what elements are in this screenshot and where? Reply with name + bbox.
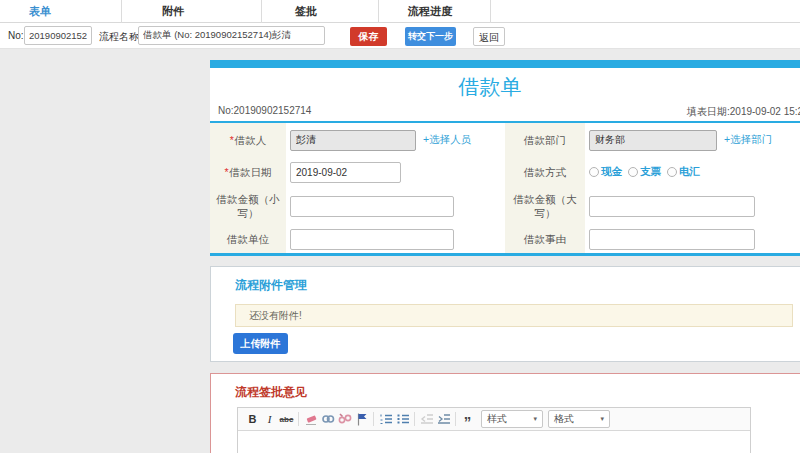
strikethrough-icon[interactable]: abc xyxy=(278,411,295,428)
amount-upper-label-cell: 借款金额（大写） xyxy=(505,187,585,225)
loan-reason-input[interactable] xyxy=(589,229,755,250)
toolbar-separator xyxy=(414,412,415,426)
borrower-field-cell: +选择人员 xyxy=(286,123,505,157)
tab-form[interactable]: 表单 xyxy=(0,0,122,23)
numbered-list-icon[interactable] xyxy=(377,411,394,428)
amount-lower-label-cell: 借款金额（小写） xyxy=(210,187,286,225)
toolbar-separator xyxy=(455,412,456,426)
radio-cash[interactable]: 现金 xyxy=(589,165,622,179)
radio-wire[interactable]: 电汇 xyxy=(667,165,700,179)
bullet-list-icon[interactable] xyxy=(394,411,411,428)
department-field-cell: +选择部门 xyxy=(585,123,800,157)
next-step-button[interactable]: 转交下一步 xyxy=(405,27,456,46)
link-icon[interactable] xyxy=(319,411,336,428)
remove-format-icon[interactable] xyxy=(302,411,319,428)
anchor-flag-icon[interactable] xyxy=(353,411,370,428)
amount-upper-field-cell xyxy=(585,187,800,225)
upload-attachment-button[interactable]: 上传附件 xyxy=(233,333,288,354)
approval-heading: 流程签批意见 xyxy=(235,384,307,401)
no-attachments-alert: 还没有附件! xyxy=(235,304,793,327)
radio-circle-icon xyxy=(628,167,638,177)
unit-field-cell xyxy=(286,225,505,253)
amount-upper-input[interactable] xyxy=(589,196,755,217)
tab-bar: 表单 附件 签批 流程进度 xyxy=(0,0,800,23)
style-dropdown[interactable]: 样式 ▾ xyxy=(481,410,543,428)
fill-date: 填表日期:2019-09-02 15:27:1 xyxy=(687,105,800,119)
attachments-card: 流程附件管理 还没有附件! 上传附件 xyxy=(210,266,800,362)
form-table: *借款人 +选择人员 借款部门 +选择部门 *借款日期 借款方式 现金 支票 电… xyxy=(210,123,800,253)
card-accent-bar xyxy=(210,60,800,68)
borrower-input[interactable] xyxy=(290,130,416,151)
chevron-down-icon: ▾ xyxy=(533,415,537,423)
amount-lower-input[interactable] xyxy=(290,196,454,217)
no-input[interactable] xyxy=(24,26,92,45)
format-dropdown[interactable]: 格式 ▾ xyxy=(548,410,610,428)
italic-icon[interactable]: I xyxy=(261,411,278,428)
approval-card: 流程签批意见 B I abc xyxy=(210,373,800,453)
indent-icon[interactable] xyxy=(435,411,452,428)
tab-approval[interactable]: 签批 xyxy=(262,0,379,23)
method-label-cell: 借款方式 xyxy=(505,157,585,187)
date-field-cell xyxy=(286,157,505,187)
loan-form-card: 借款单 No:20190902152714 填表日期:2019-09-02 15… xyxy=(210,60,800,256)
department-input[interactable] xyxy=(589,130,717,151)
reason-label-cell: 借款事由 xyxy=(505,225,585,253)
required-asterisk: * xyxy=(224,165,228,179)
no-label: No: xyxy=(8,30,24,41)
bold-icon[interactable]: B xyxy=(244,411,261,428)
flow-name-label: 流程名称: xyxy=(99,30,142,44)
date-label-cell: *借款日期 xyxy=(210,157,286,187)
loan-unit-input[interactable] xyxy=(290,229,454,250)
select-person-link[interactable]: +选择人员 xyxy=(423,133,471,147)
toolbar-separator xyxy=(298,412,299,426)
unit-label-cell: 借款单位 xyxy=(210,225,286,253)
required-asterisk: * xyxy=(230,133,234,147)
back-button[interactable]: 返回 xyxy=(473,27,505,46)
borrower-label-cell: *借款人 xyxy=(210,123,286,157)
unlink-icon[interactable] xyxy=(336,411,353,428)
editor-content-area[interactable] xyxy=(238,431,750,453)
document-number: No:20190902152714 xyxy=(218,105,311,116)
form-title: 借款单 xyxy=(210,73,770,101)
rich-text-editor[interactable]: B I abc xyxy=(237,407,751,453)
save-button[interactable]: 保存 xyxy=(350,27,387,46)
toolbar-separator xyxy=(373,412,374,426)
method-field-cell: 现金 支票 电汇 xyxy=(585,157,800,187)
tab-progress[interactable]: 流程进度 xyxy=(379,0,491,23)
outdent-icon[interactable] xyxy=(418,411,435,428)
select-department-link[interactable]: +选择部门 xyxy=(724,133,772,147)
flow-name-input[interactable] xyxy=(138,26,325,45)
blockquote-icon[interactable]: ” xyxy=(459,411,476,428)
attachments-heading: 流程附件管理 xyxy=(235,277,307,294)
loan-date-input[interactable] xyxy=(290,162,401,183)
action-toolbar: No: 流程名称: 保存 转交下一步 返回 xyxy=(0,23,800,49)
reason-field-cell xyxy=(585,225,800,253)
amount-lower-field-cell xyxy=(286,187,505,225)
radio-circle-icon xyxy=(589,167,599,177)
radio-cheque[interactable]: 支票 xyxy=(628,165,661,179)
tab-attachment[interactable]: 附件 xyxy=(122,0,262,23)
card-bottom-accent-bar xyxy=(210,253,800,256)
department-label-cell: 借款部门 xyxy=(505,123,585,157)
page: 表单 附件 签批 流程进度 No: 流程名称: 保存 转交下一步 返回 借款单 … xyxy=(0,0,800,453)
radio-circle-icon xyxy=(667,167,677,177)
chevron-down-icon: ▾ xyxy=(600,415,604,423)
editor-toolbar: B I abc xyxy=(238,408,750,431)
